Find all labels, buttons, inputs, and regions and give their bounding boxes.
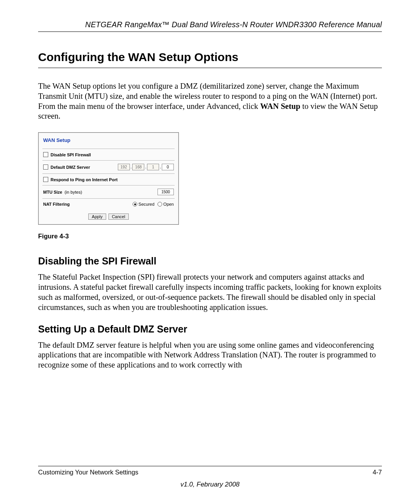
label-respond-ping: Respond to Ping on Internet Port: [51, 177, 117, 182]
label-default-dmz: Default DMZ Server: [51, 165, 90, 170]
figure-caption: Figure 4-3: [38, 233, 382, 240]
row-respond-ping: Respond to Ping on Internet Port: [42, 173, 175, 185]
apply-button[interactable]: Apply: [88, 214, 106, 220]
footer-right: 4-7: [373, 469, 382, 476]
label-mtu-sub: (in bytes): [65, 190, 82, 194]
dmz-ip-b[interactable]: 168: [132, 164, 144, 170]
subhead-dmz: Setting Up a Default DMZ Server: [38, 324, 382, 335]
body-spi: The Stateful Packet Inspection (SPI) fir…: [38, 272, 382, 312]
subhead-spi: Disabling the SPI Firewall: [38, 256, 382, 267]
section-title: Configuring the WAN Setup Options: [38, 51, 382, 68]
cancel-button[interactable]: Cancel: [108, 214, 129, 220]
panel-buttons: Apply Cancel: [42, 210, 175, 220]
wan-setup-panel: WAN Setup Disable SPI Firewall Default D…: [38, 132, 179, 225]
page: NETGEAR RangeMax™ Dual Band Wireless-N R…: [0, 0, 420, 504]
running-header: NETGEAR RangeMax™ Dual Band Wireless-N R…: [38, 20, 382, 32]
checkbox-dmz[interactable]: [43, 164, 48, 170]
checkbox-ping[interactable]: [43, 177, 48, 182]
row-default-dmz: Default DMZ Server 192. 168. 1. 0: [42, 160, 175, 173]
input-mtu[interactable]: 1500: [158, 189, 174, 195]
dmz-ip-group: 192. 168. 1. 0: [118, 164, 174, 170]
page-footer: Customizing Your Network Settings 4-7 v1…: [38, 466, 382, 488]
dmz-ip-a[interactable]: 192: [118, 164, 130, 170]
row-disable-spi: Disable SPI Firewall: [42, 149, 175, 160]
row-mtu: MTU Size (in bytes) 1500: [42, 185, 175, 198]
label-nat-secured: Secured: [138, 202, 154, 206]
radio-nat-open[interactable]: Open: [158, 202, 174, 206]
intro-paragraph: The WAN Setup options let you configure …: [38, 81, 382, 121]
panel-title: WAN Setup: [42, 136, 175, 149]
figure: WAN Setup Disable SPI Firewall Default D…: [38, 132, 382, 240]
footer-left: Customizing Your Network Settings: [38, 469, 138, 476]
checkbox-spi[interactable]: [43, 152, 48, 157]
radio-dot-icon: [158, 202, 162, 206]
radio-dot-icon: [133, 202, 137, 206]
dmz-ip-d[interactable]: 0: [162, 164, 174, 170]
radio-nat-secured[interactable]: Secured: [133, 202, 154, 206]
label-disable-spi: Disable SPI Firewall: [51, 152, 91, 157]
body-dmz: The default DMZ server feature is helpfu…: [38, 340, 382, 370]
intro-bold: WAN Setup: [260, 102, 300, 110]
label-nat-open: Open: [163, 202, 174, 206]
label-nat: NAT Filtering: [43, 202, 70, 206]
footer-version: v1.0, February 2008: [38, 481, 382, 488]
row-nat: NAT Filtering Secured Open: [42, 198, 175, 210]
label-mtu: MTU Size: [43, 190, 62, 194]
dmz-ip-c[interactable]: 1: [147, 164, 159, 170]
